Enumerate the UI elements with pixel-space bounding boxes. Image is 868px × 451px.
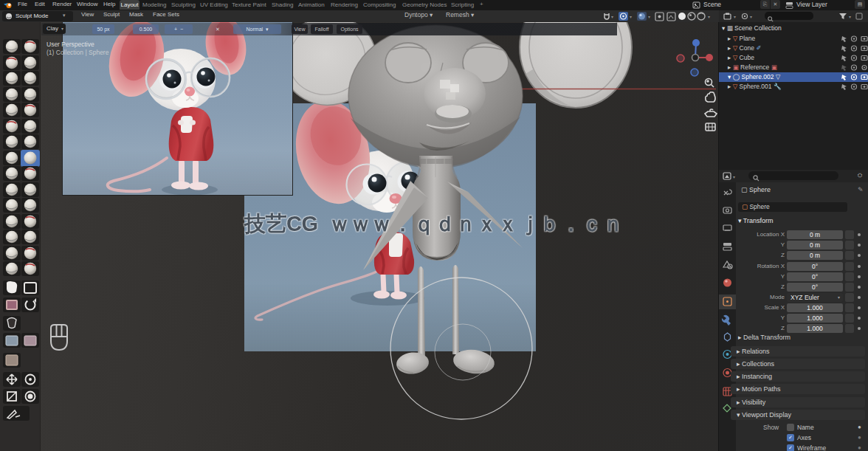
svg-text:▾: ▾ [733,175,735,179]
svg-text:▾: ▾ [630,15,632,19]
svg-text:▾: ▾ [648,15,650,19]
svg-text:▾: ▾ [708,15,710,19]
svg-text:▾: ▾ [611,15,613,19]
svg-text:▾: ▾ [849,15,851,19]
svg-text:▾: ▾ [750,15,752,19]
svg-text:▾: ▾ [734,15,736,19]
